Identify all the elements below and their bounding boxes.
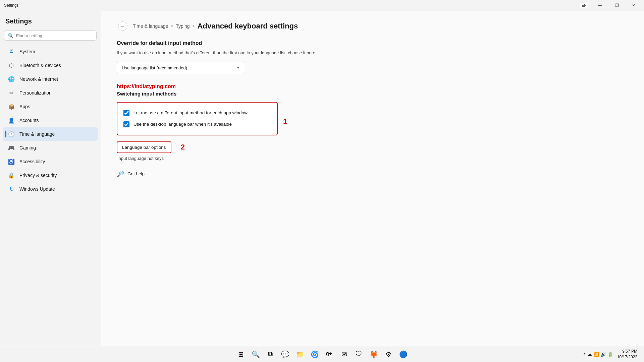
main-content: ← Time & language > Typing > Advanced ke… <box>101 11 644 346</box>
taskbar-center: ⊞🔍⧉💬📁🌀🛍✉🛡🦊⚙🔵 <box>234 348 410 361</box>
breadcrumb-sep1: > <box>171 24 173 28</box>
checkbox-item-2: Use the desktop language bar when it's a… <box>123 119 271 130</box>
dropdown-value: Use language list (recommended) <box>122 65 187 70</box>
taskbar-icon-firefox[interactable]: 🦊 <box>367 348 380 361</box>
back-button[interactable]: ← <box>118 21 127 31</box>
window-title: Settings <box>4 3 18 8</box>
taskbar-icon-explorer[interactable]: 📁 <box>293 348 307 361</box>
sidebar-item-privacy[interactable]: 🔒Privacy & security <box>3 169 98 182</box>
taskbar-icon-start[interactable]: ⊞ <box>234 348 248 361</box>
apps-icon: 📦 <box>8 103 15 110</box>
sidebar: Settings 🔍 🖥System⬡Bluetooth & devices🌐N… <box>0 11 101 346</box>
checkbox-group: Let me use a different input method for … <box>117 102 278 135</box>
volume-icon: 🔊 <box>600 352 606 357</box>
search-icon: 🔍 <box>8 33 13 38</box>
sidebar-item-time[interactable]: 🕐Time & language <box>3 127 98 141</box>
override-section-desc: If you want to use an input method that'… <box>117 50 628 56</box>
search-input[interactable] <box>16 33 93 38</box>
sidebar-label-accounts: Accounts <box>19 118 39 123</box>
nav-list: 🖥System⬡Bluetooth & devices🌐Network & in… <box>0 45 101 196</box>
sidebar-item-accessibility[interactable]: ♿Accessibility <box>3 155 98 168</box>
accounts-icon: 👤 <box>8 117 15 124</box>
privacy-icon: 🔒 <box>8 172 15 179</box>
checkbox-desktop-bar-label: Use the desktop language bar when it's a… <box>133 122 232 127</box>
taskbar-icon-settings2[interactable]: ⚙ <box>382 348 395 361</box>
taskbar-icon-store[interactable]: 🛍 <box>323 348 336 361</box>
network-icon: 🌐 <box>8 76 15 82</box>
sidebar-item-accounts[interactable]: 👤Accounts <box>3 114 98 127</box>
taskbar-icon-taskview[interactable]: ⧉ <box>264 348 277 361</box>
sidebar-label-network: Network & internet <box>19 76 58 82</box>
taskbar-icon-chrome[interactable]: 🔵 <box>396 348 410 361</box>
checkbox-desktop-bar[interactable] <box>123 121 129 127</box>
taskbar-icon-mail[interactable]: ✉ <box>337 348 351 361</box>
hotkeys-link[interactable]: Input language hot keys <box>117 156 628 161</box>
sidebar-item-personalization[interactable]: ✏Personalization <box>3 86 98 100</box>
breadcrumb-part2[interactable]: Typing <box>176 23 190 29</box>
lang-bar-row: Language bar options 2 <box>117 141 628 153</box>
minimize-button[interactable]: — <box>592 0 608 11</box>
battery-icon: 🔋 <box>607 352 613 357</box>
taskbar-icon-edge[interactable]: 🌀 <box>308 348 321 361</box>
breadcrumb-part1[interactable]: Time & language <box>133 23 168 29</box>
sidebar-label-gaming: Gaming <box>19 145 36 150</box>
sidebar-item-gaming[interactable]: 🎮Gaming <box>3 141 98 155</box>
language-bar-options-button[interactable]: Language bar options <box>117 141 171 153</box>
search-box[interactable]: 🔍 <box>4 31 97 41</box>
title-bar: Settings EN — ❐ ✕ <box>0 0 644 11</box>
checkbox-item-1: Let me use a different input method for … <box>123 107 271 119</box>
time-icon: 🕐 <box>8 131 15 137</box>
override-section-title: Override for default input method <box>117 40 628 46</box>
wifi-icon: 📶 <box>593 352 599 357</box>
close-button[interactable]: ✕ <box>626 0 641 11</box>
taskbar-icon-search[interactable]: 🔍 <box>249 348 262 361</box>
taskbar-icon-security[interactable]: 🛡 <box>352 348 366 361</box>
sidebar-title: Settings <box>0 13 101 28</box>
input-method-dropdown[interactable]: Use language list (recommended) ▾ <box>117 62 244 74</box>
sidebar-label-personalization: Personalization <box>19 90 52 96</box>
switching-section-title: Switching input methods <box>117 91 628 97</box>
sidebar-item-apps[interactable]: 📦Apps <box>3 100 98 113</box>
tray-up-arrow[interactable]: ∧ <box>583 352 586 356</box>
sidebar-label-time: Time & language <box>19 131 55 137</box>
taskbar-right: ∧ ☁ 📶 🔊 🔋 9:57 PM 10/17/2022 <box>583 349 640 360</box>
checkbox-different-method-label: Let me use a different input method for … <box>133 110 248 115</box>
maximize-button[interactable]: ❐ <box>609 0 625 11</box>
cloud-icon: ☁ <box>587 351 592 357</box>
sidebar-label-bluetooth: Bluetooth & devices <box>19 63 61 68</box>
sidebar-item-update[interactable]: ↻Windows Update <box>3 182 98 196</box>
chevron-down-icon: ▾ <box>237 66 239 70</box>
sidebar-item-network[interactable]: 🌐Network & internet <box>3 72 98 86</box>
clock[interactable]: 9:57 PM 10/17/2022 <box>614 349 640 360</box>
accessibility-icon: ♿ <box>8 158 15 165</box>
annotation-2: 2 <box>181 143 185 152</box>
personalization-icon: ✏ <box>8 89 15 96</box>
gaming-icon: 🎮 <box>8 144 15 151</box>
breadcrumb: ← Time & language > Typing > Advanced ke… <box>117 21 628 31</box>
update-icon: ↻ <box>8 186 15 192</box>
get-help-label: Get help <box>127 171 145 176</box>
sidebar-item-bluetooth[interactable]: ⬡Bluetooth & devices <box>3 59 98 72</box>
breadcrumb-current: Advanced keyboard settings <box>198 22 298 31</box>
annotation-1: 1 <box>283 117 287 126</box>
bluetooth-icon: ⬡ <box>8 62 15 69</box>
sidebar-label-privacy: Privacy & security <box>19 173 57 178</box>
system-icon: 🖥 <box>8 48 15 55</box>
taskbar: ⊞🔍⧉💬📁🌀🛍✉🛡🦊⚙🔵 ∧ ☁ 📶 🔊 🔋 9:57 PM 10/17/202… <box>0 346 644 362</box>
sidebar-label-system: System <box>19 49 35 54</box>
sidebar-item-system[interactable]: 🖥System <box>3 45 98 58</box>
breadcrumb-sep2: > <box>193 24 195 28</box>
checkbox-different-method[interactable] <box>123 110 129 116</box>
active-indicator <box>5 131 6 137</box>
taskbar-icon-chat[interactable]: 💬 <box>278 348 292 361</box>
clock-time: 9:57 PM <box>617 349 637 354</box>
sidebar-label-apps: Apps <box>19 104 30 109</box>
help-icon: 🔎 <box>117 170 124 178</box>
clock-date: 10/17/2022 <box>617 354 637 360</box>
get-help-row[interactable]: 🔎 Get help <box>117 170 628 178</box>
watermark-url: https://indiatyping.com <box>117 83 628 89</box>
language-indicator: EN <box>580 3 588 8</box>
app-body: Settings 🔍 🖥System⬡Bluetooth & devices🌐N… <box>0 11 644 346</box>
sidebar-label-update: Windows Update <box>19 186 55 192</box>
sidebar-label-accessibility: Accessibility <box>19 159 45 164</box>
